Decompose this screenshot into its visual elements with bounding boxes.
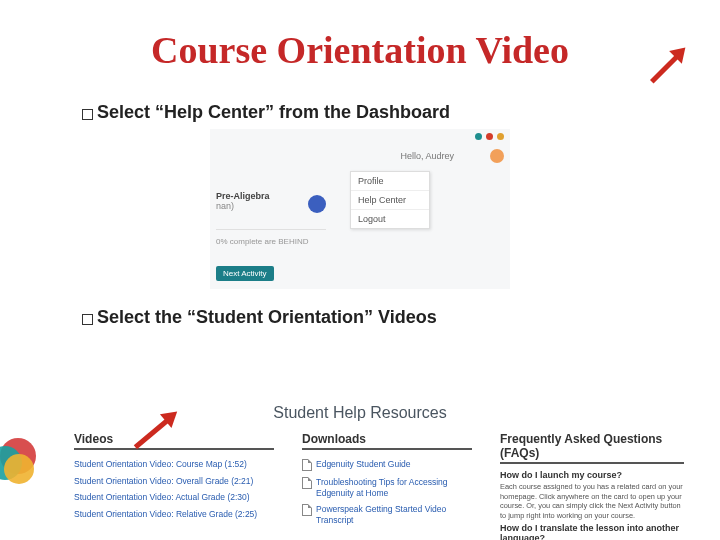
download-link-3[interactable]: Powerspeak Getting Started Video Transcr… [302, 501, 472, 528]
video-link-3[interactable]: Student Orientation Video: Actual Grade … [74, 489, 274, 506]
downloads-column: Downloads Edgenuity Student Guide Troubl… [302, 432, 472, 540]
progress-text: 0% complete are BEHIND [216, 237, 308, 246]
video-link-4[interactable]: Student Orientation Video: Relative Grad… [74, 506, 274, 523]
videos-header: Videos [74, 432, 274, 450]
faq-answer-1: Each course assigned to you has a relate… [500, 482, 684, 521]
status-dot-icon [497, 133, 504, 140]
screenshot-dashboard: Hello, Audrey Pre-Aligebra nan) 0% compl… [210, 129, 510, 289]
video-link-2[interactable]: Student Orientation Video: Overall Grade… [74, 473, 274, 490]
video-link-1[interactable]: Student Orientation Video: Course Map (1… [74, 456, 274, 473]
avatar[interactable] [490, 149, 504, 163]
menu-item-help-center[interactable]: Help Center [351, 191, 429, 210]
next-activity-button[interactable]: Next Activity [216, 266, 274, 281]
course-icon [308, 195, 326, 213]
bullet-2-text: Select the “Student Orientation” Videos [97, 307, 437, 328]
download-link-2[interactable]: Troubleshooting Tips for Accessing Edgen… [302, 474, 472, 501]
videos-column: Videos Student Orientation Video: Course… [74, 432, 274, 540]
download-link-1[interactable]: Edgenuity Student Guide [302, 456, 472, 474]
document-icon [302, 459, 312, 471]
checkbox-icon [82, 109, 93, 120]
faq-question-1: How do I launch my course? [500, 470, 684, 480]
document-icon [302, 477, 312, 489]
status-dot-icon [486, 133, 493, 140]
user-menu: Profile Help Center Logout [350, 171, 430, 229]
status-dot-icon [475, 133, 482, 140]
course-card[interactable]: Pre-Aligebra nan) [216, 191, 326, 213]
logo-icon [0, 432, 52, 482]
faq-column: Frequently Asked Questions (FAQs) How do… [500, 432, 684, 540]
menu-item-logout[interactable]: Logout [351, 210, 429, 228]
checkbox-icon [82, 314, 93, 325]
document-icon [302, 504, 312, 516]
bullet-1-text: Select “Help Center” from the Dashboard [97, 102, 450, 123]
slide-title: Course Orientation Video [0, 28, 720, 72]
faq-header: Frequently Asked Questions (FAQs) [500, 432, 684, 464]
faq-question-2: How do I translate the lesson into anoth… [500, 523, 684, 541]
slide: Course Orientation Video Select “Help Ce… [0, 28, 720, 540]
help-heading: Student Help Resources [0, 398, 720, 432]
screenshot-help-resources: Student Help Resources Videos Student Or… [0, 398, 720, 540]
menu-item-profile[interactable]: Profile [351, 172, 429, 191]
divider [216, 229, 326, 230]
greeting-text: Hello, Audrey [400, 151, 454, 161]
top-icons [475, 133, 504, 140]
bullet-2: Select the “Student Orientation” Videos [82, 307, 720, 328]
downloads-header: Downloads [302, 432, 472, 450]
